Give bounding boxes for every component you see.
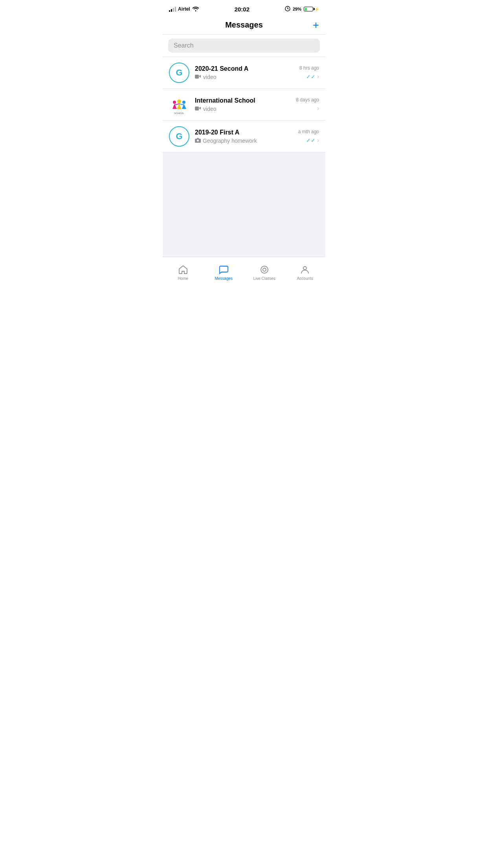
svg-point-5: [182, 101, 185, 104]
chevron-right-icon: ›: [317, 105, 319, 112]
message-preview: video: [195, 74, 296, 80]
message-status: ›: [317, 105, 319, 112]
conversation-name: 2020-21 Second A: [195, 65, 296, 72]
nav-label-accounts: Accounts: [297, 276, 313, 281]
message-time: 8 hrs ago: [299, 65, 319, 71]
live-classes-icon: [259, 265, 270, 275]
bottom-navigation: Home Messages Live Classes Accounts: [163, 257, 325, 289]
status-right: 29% ⚡: [285, 6, 319, 13]
nav-label-home: Home: [178, 276, 188, 281]
message-preview: video: [195, 106, 293, 112]
svg-point-12: [263, 268, 266, 271]
list-item[interactable]: SCHOOL International School video 8 days…: [163, 89, 325, 121]
message-status: ✓✓ ›: [306, 73, 319, 80]
charging-icon: ⚡: [314, 7, 319, 11]
nav-item-accounts[interactable]: Accounts: [285, 257, 326, 289]
conversation-content: International School video: [195, 97, 293, 112]
conversations-list: G 2020-21 Second A video 8 hrs ago ✓✓ ›: [163, 57, 325, 257]
video-icon: [195, 74, 201, 80]
message-status: ✓✓ ›: [306, 137, 319, 144]
svg-rect-9: [195, 107, 199, 110]
read-receipt-icon: ✓✓: [306, 74, 316, 80]
message-meta: a mth ago ✓✓ ›: [298, 129, 319, 144]
camera-icon: [195, 138, 201, 144]
wifi-icon: [192, 6, 199, 13]
school-logo-icon: SCHOOL: [169, 94, 189, 115]
signal-bars-icon: [169, 6, 176, 12]
chevron-right-icon: ›: [317, 73, 319, 80]
home-icon: [178, 265, 188, 275]
nav-item-messages[interactable]: Messages: [204, 257, 244, 289]
rotation-lock-icon: [285, 6, 290, 13]
conversation-name: 2019-20 First A: [195, 129, 295, 136]
nav-label-live-classes: Live Classes: [253, 276, 275, 281]
svg-point-11: [261, 266, 268, 273]
message-time: a mth ago: [298, 129, 319, 134]
nav-label-messages: Messages: [215, 276, 233, 281]
school-avatar: SCHOOL: [169, 94, 189, 115]
preview-text: Geography homework: [203, 138, 257, 144]
carrier-label: Airtel: [178, 6, 190, 12]
conversation-content: 2020-21 Second A video: [195, 65, 296, 80]
conversation-content: 2019-20 First A Geography homework: [195, 129, 295, 144]
nav-item-live-classes[interactable]: Live Classes: [244, 257, 285, 289]
list-item[interactable]: G 2020-21 Second A video 8 hrs ago ✓✓ ›: [163, 57, 325, 89]
preview-text: video: [203, 74, 216, 80]
nav-item-home[interactable]: Home: [163, 257, 204, 289]
battery-indicator: ⚡: [304, 7, 319, 11]
chevron-right-icon: ›: [317, 137, 319, 144]
svg-point-10: [197, 140, 199, 142]
search-input[interactable]: [168, 39, 320, 53]
status-left: Airtel: [169, 6, 199, 13]
message-meta: 8 hrs ago ✓✓ ›: [299, 65, 319, 80]
svg-rect-1: [195, 75, 199, 79]
message-meta: 8 days ago ›: [296, 97, 319, 112]
svg-point-3: [177, 99, 181, 103]
page-header: Messages +: [163, 17, 325, 35]
accounts-icon: [300, 265, 310, 275]
svg-point-4: [173, 101, 176, 104]
message-preview: Geography homework: [195, 138, 295, 144]
compose-button[interactable]: +: [313, 20, 319, 31]
status-bar: Airtel 20:02 29% ⚡: [163, 0, 325, 17]
search-container: [163, 35, 325, 57]
list-item[interactable]: G 2019-20 First A Geography homework a m…: [163, 121, 325, 153]
messages-icon: [218, 265, 229, 275]
conversation-name: International School: [195, 97, 293, 104]
svg-point-13: [303, 267, 306, 270]
video-icon: [195, 106, 201, 112]
svg-text:SCHOOL: SCHOOL: [174, 112, 184, 114]
preview-text: video: [203, 106, 216, 112]
avatar: G: [169, 126, 189, 147]
message-time: 8 days ago: [296, 97, 319, 103]
battery-percent: 29%: [293, 7, 301, 11]
status-time: 20:02: [235, 6, 250, 13]
read-receipt-icon: ✓✓: [306, 137, 316, 143]
page-title: Messages: [225, 20, 263, 29]
avatar: G: [169, 63, 189, 83]
